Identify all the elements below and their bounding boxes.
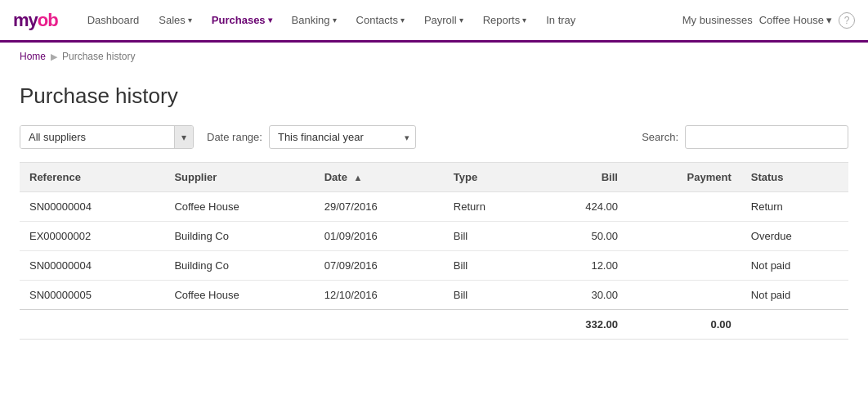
logo[interactable]: myob	[13, 10, 58, 31]
col-status: Status	[741, 163, 848, 192]
cell-bill: 424.00	[535, 192, 628, 222]
date-range-select[interactable]: This financial year	[269, 125, 416, 149]
search-input[interactable]	[685, 125, 848, 149]
col-bill: Bill	[535, 163, 628, 192]
cell-status: Not paid	[741, 251, 848, 281]
totals-empty-3	[315, 310, 444, 340]
page-content: Purchase history ▾ Date range: This fina…	[0, 70, 868, 353]
cell-reference[interactable]: SN00000004	[20, 192, 164, 222]
cell-status: Overdue	[741, 222, 848, 251]
top-nav: myob Dashboard Sales ▾ Purchases ▾ Banki…	[0, 0, 868, 43]
cell-supplier: Building Co	[164, 222, 314, 251]
totals-empty-5	[741, 310, 848, 340]
page-title: Purchase history	[20, 83, 848, 109]
nav-purchases[interactable]: Purchases ▾	[202, 0, 282, 43]
nav-contacts[interactable]: Contacts ▾	[347, 0, 414, 42]
logo-ob: ob	[38, 10, 58, 30]
date-range-label: Date range:	[207, 131, 262, 143]
breadcrumb-separator: ▶	[51, 52, 57, 62]
breadcrumb-home[interactable]: Home	[20, 51, 46, 62]
nav-links: Dashboard Sales ▾ Purchases ▾ Banking ▾ …	[78, 0, 682, 42]
cell-type: Bill	[444, 222, 535, 251]
logo-my: my	[13, 10, 38, 30]
table-row: SN00000005 Coffee House 12/10/2016 Bill …	[20, 281, 848, 310]
reports-chevron: ▾	[522, 16, 526, 25]
cell-date[interactable]: 07/09/2016	[315, 251, 444, 281]
payroll-chevron: ▾	[459, 16, 463, 25]
purchases-table: Reference Supplier Date ▲ Type Bill Paym…	[20, 162, 848, 340]
col-supplier: Supplier	[164, 163, 314, 192]
cell-supplier: Building Co	[164, 251, 314, 281]
totals-payment: 0.00	[628, 310, 741, 340]
nav-right: My businesses Coffee House ▾ ?	[682, 12, 855, 29]
banking-chevron: ▾	[333, 16, 337, 25]
business-chevron: ▾	[826, 14, 832, 26]
cell-date[interactable]: 12/10/2016	[315, 281, 444, 310]
breadcrumb: Home ▶ Purchase history	[0, 43, 868, 70]
cell-bill: 50.00	[535, 222, 628, 251]
cell-payment	[628, 222, 741, 251]
business-name-label: Coffee House	[759, 14, 824, 26]
cell-type: Return	[444, 192, 535, 222]
col-type: Type	[444, 163, 535, 192]
cell-payment	[628, 192, 741, 222]
cell-type: Bill	[444, 251, 535, 281]
cell-payment	[628, 281, 741, 310]
supplier-input[interactable]	[20, 126, 174, 148]
breadcrumb-current: Purchase history	[62, 51, 135, 62]
cell-reference[interactable]: SN00000004	[20, 251, 164, 281]
cell-status: Return	[741, 192, 848, 222]
totals-empty-4	[444, 310, 535, 340]
cell-supplier: Coffee House	[164, 281, 314, 310]
date-range-select-container: This financial year	[269, 125, 416, 149]
nav-sales[interactable]: Sales ▾	[149, 0, 202, 42]
filter-bar: ▾ Date range: This financial year Search…	[20, 125, 848, 149]
supplier-dropdown-btn[interactable]: ▾	[174, 126, 193, 148]
totals-empty-2	[164, 310, 314, 340]
nav-dashboard[interactable]: Dashboard	[78, 0, 150, 42]
date-range-group: Date range: This financial year	[207, 125, 416, 149]
purchases-chevron: ▾	[268, 16, 272, 25]
nav-banking[interactable]: Banking ▾	[282, 0, 347, 42]
contacts-chevron: ▾	[400, 16, 405, 25]
cell-date[interactable]: 01/09/2016	[315, 222, 444, 251]
search-group: Search:	[642, 125, 848, 149]
totals-empty-1	[20, 310, 164, 340]
cell-bill: 12.00	[535, 251, 628, 281]
table-row: SN00000004 Coffee House 29/07/2016 Retur…	[20, 192, 848, 222]
cell-supplier: Coffee House	[164, 192, 314, 222]
cell-date[interactable]: 29/07/2016	[315, 192, 444, 222]
sales-chevron: ▾	[188, 16, 192, 25]
cell-reference[interactable]: SN00000005	[20, 281, 164, 310]
my-businesses-link[interactable]: My businesses	[682, 14, 753, 26]
cell-status: Not paid	[741, 281, 848, 310]
search-label: Search:	[642, 131, 678, 143]
col-date[interactable]: Date ▲	[315, 163, 444, 192]
cell-bill: 30.00	[535, 281, 628, 310]
table-row: EX00000002 Building Co 01/09/2016 Bill 5…	[20, 222, 848, 251]
cell-payment	[628, 251, 741, 281]
cell-reference[interactable]: EX00000002	[20, 222, 164, 251]
help-button[interactable]: ?	[839, 12, 855, 29]
col-payment: Payment	[628, 163, 741, 192]
table-header-row: Reference Supplier Date ▲ Type Bill Paym…	[20, 163, 848, 192]
supplier-filter[interactable]: ▾	[20, 125, 194, 149]
cell-type: Bill	[444, 281, 535, 310]
totals-bill: 332.00	[535, 310, 628, 340]
business-name-link[interactable]: Coffee House ▾	[759, 14, 832, 26]
nav-reports[interactable]: Reports ▾	[473, 0, 537, 42]
nav-payroll[interactable]: Payroll ▾	[414, 0, 473, 42]
date-sort-icon: ▲	[354, 173, 363, 182]
col-reference: Reference	[20, 163, 164, 192]
totals-row: 332.00 0.00	[20, 310, 848, 340]
table-row: SN00000004 Building Co 07/09/2016 Bill 1…	[20, 251, 848, 281]
nav-intray[interactable]: In tray	[536, 0, 585, 42]
